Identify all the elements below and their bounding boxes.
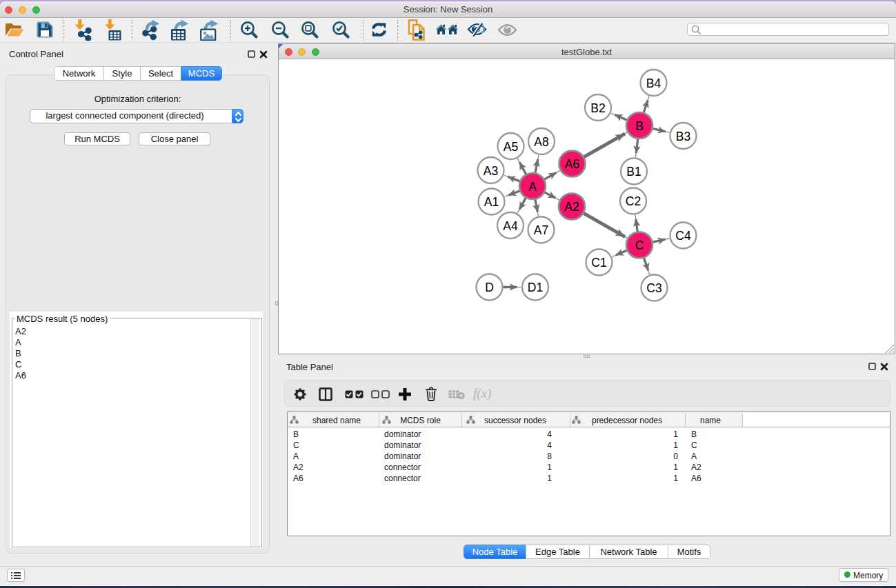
svg-text:B: B bbox=[635, 119, 644, 133]
svg-text:A5: A5 bbox=[504, 140, 518, 154]
svg-text:A: A bbox=[528, 180, 537, 194]
svg-text:D1: D1 bbox=[528, 281, 543, 294]
svg-text:A1: A1 bbox=[484, 195, 499, 209]
svg-text:B2: B2 bbox=[590, 101, 605, 115]
svg-text:B3: B3 bbox=[676, 130, 690, 143]
svg-text:C1: C1 bbox=[591, 256, 606, 270]
svg-text:D: D bbox=[485, 281, 494, 294]
svg-text:A8: A8 bbox=[534, 135, 548, 149]
svg-text:A7: A7 bbox=[534, 223, 548, 237]
svg-text:C4: C4 bbox=[675, 229, 691, 243]
svg-text:C3: C3 bbox=[646, 281, 661, 295]
svg-text:A2: A2 bbox=[564, 200, 579, 214]
svg-text:A6: A6 bbox=[565, 157, 579, 171]
svg-text:B4: B4 bbox=[646, 77, 661, 90]
svg-text:A4: A4 bbox=[503, 219, 518, 233]
svg-text:C: C bbox=[635, 239, 644, 252]
svg-text:C2: C2 bbox=[626, 194, 641, 208]
svg-text:B1: B1 bbox=[626, 165, 641, 179]
svg-text:A3: A3 bbox=[484, 164, 498, 178]
